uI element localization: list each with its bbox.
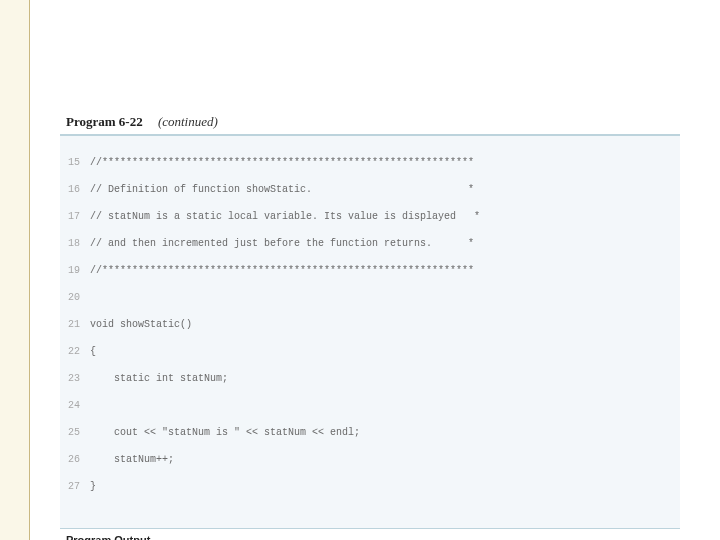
code-figure: 15//************************************…	[60, 135, 680, 540]
code-line: 27}	[68, 480, 672, 494]
output-header: Program Output	[60, 528, 680, 540]
code-line: 23 static int statNum;	[68, 372, 672, 386]
code-listing: 15//************************************…	[60, 136, 680, 528]
code-line: 21void showStatic()	[68, 318, 672, 332]
figure-header: Program 6-22 (continued)	[60, 110, 680, 135]
code-line: 26 statNum++;	[68, 453, 672, 467]
program-label: Program 6-22	[66, 114, 143, 129]
code-line: 25 cout << "statNum is " << statNum << e…	[68, 426, 672, 440]
code-line: 22{	[68, 345, 672, 359]
continued-label: (continued)	[158, 114, 218, 129]
slide-content: Program 6-22 (continued) 15//***********…	[60, 110, 680, 540]
code-line: 16// Definition of function showStatic. …	[68, 183, 672, 197]
code-line: 19//************************************…	[68, 264, 672, 278]
code-line: 20	[68, 291, 672, 305]
code-line: 24	[68, 399, 672, 413]
code-line: 17// statNum is a static local variable.…	[68, 210, 672, 224]
template-sidebar	[0, 0, 30, 540]
code-line: 18// and then incremented just before th…	[68, 237, 672, 251]
code-line: 15//************************************…	[68, 156, 672, 170]
